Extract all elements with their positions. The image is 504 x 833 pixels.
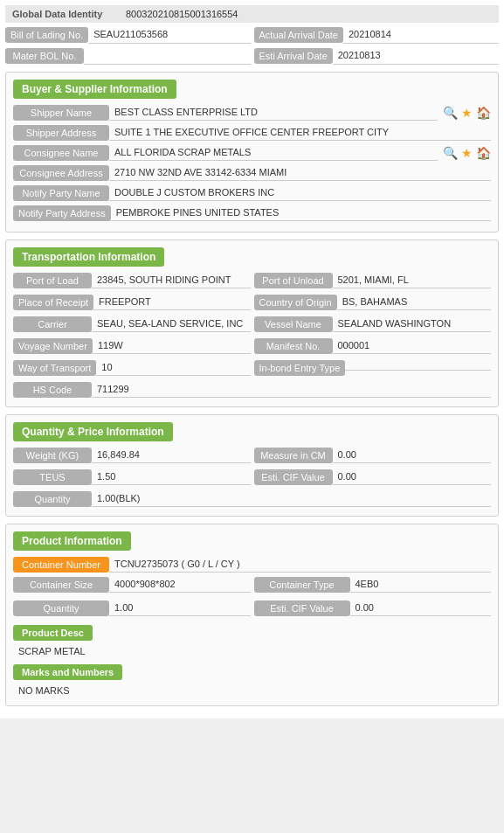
prod-esti-cif-value: 0.00: [350, 600, 492, 616]
consignee-name-label: Consignee Name: [13, 145, 109, 161]
port-of-unload-label: Port of Unload: [254, 273, 333, 288]
country-of-origin-label: Country of Origin: [254, 295, 337, 310]
mater-bol-label: Mater BOL No.: [5, 48, 84, 64]
global-data-label: Global Data Identity: [12, 9, 126, 19]
consignee-name-value: ALL FLORIDA SCRAP METALS: [109, 144, 438, 161]
prod-quantity-label: Quantity: [13, 600, 109, 616]
vessel-name-value: SEALAND WASHINGTON: [333, 316, 492, 332]
weight-label: Weight (KG): [13, 448, 92, 463]
way-of-transport-row: Way of Transport 10: [13, 359, 251, 376]
quantity-section: Quantity & Price Information Weight (KG)…: [5, 414, 499, 517]
esti-cif-qty-value: 0.00: [333, 469, 492, 485]
prod-quantity-row: Quantity 1.00: [13, 600, 251, 616]
product-header: Product Information: [13, 531, 491, 556]
actual-arrival-label: Actual Arrival Date: [254, 27, 343, 43]
port-of-load-label: Port of Load: [13, 273, 92, 288]
notify-address-value: PEMBROKE PINES UNITED STATES: [111, 205, 491, 221]
country-of-origin-value: BS, BAHAMAS: [337, 294, 491, 310]
prod-esti-cif-row: Esti. CIF Value 0.00: [254, 600, 492, 616]
marks-button[interactable]: Marks and Numbers: [13, 664, 122, 680]
actual-arrival-value: 20210814: [343, 26, 499, 44]
transportation-grid: Port of Load 23845, SOUTH RIDING POINT P…: [13, 272, 491, 399]
consignee-address-value: 2710 NW 32ND AVE 33142-6334 MIAMI: [109, 164, 491, 181]
quantity-qty-row: Quantity 1.00(BLK): [13, 490, 491, 507]
voyage-number-row: Voyage Number 119W: [13, 337, 251, 354]
manifest-no-value: 000001: [333, 337, 492, 354]
star-icon[interactable]: ★: [461, 106, 473, 120]
consignee-name-row: Consignee Name ALL FLORIDA SCRAP METALS …: [13, 144, 491, 161]
container-number-row: Container Number TCNU2735073 ( G0 / L / …: [13, 556, 491, 573]
place-of-receipt-row: Place of Receipt FREEPORT: [13, 294, 251, 310]
container-type-label: Container Type: [254, 577, 350, 593]
port-of-unload-value: 5201, MIAMI, FL: [333, 272, 492, 288]
prod-quantity-value: 1.00: [109, 600, 251, 616]
transportation-header: Transportation Information: [13, 247, 491, 272]
mater-bol-row: Mater BOL No.: [5, 47, 251, 65]
consignee-address-row: Consignee Address 2710 NW 32ND AVE 33142…: [13, 164, 491, 181]
in-bond-entry-label: In-bond Entry Type: [254, 360, 346, 376]
actual-arrival-row: Actual Arrival Date 20210814: [254, 26, 500, 44]
container-size-value: 4000*908*802: [109, 576, 251, 593]
quantity-value: 1.00(BLK): [92, 490, 491, 507]
measure-cm-row: Measure in CM 0.00: [254, 447, 492, 463]
transportation-section: Transportation Information Port of Load …: [5, 239, 499, 407]
vessel-name-label: Vessel Name: [254, 316, 333, 332]
hs-code-value: 711299: [92, 381, 491, 398]
weight-value: 16,849.84: [92, 447, 251, 463]
buyer-supplier-section: Buyer & Supplier Information Shipper Nam…: [5, 72, 499, 233]
container-type-row: Container Type 4EB0: [254, 576, 492, 593]
notify-name-row: Notify Party Name DOUBLE J CUSTOM BROKER…: [13, 184, 491, 201]
carrier-row: Carrier SEAU, SEA-LAND SERVICE, INC: [13, 316, 251, 332]
measure-cm-value: 0.00: [333, 447, 492, 463]
place-of-receipt-label: Place of Receipt: [13, 295, 93, 310]
consignee-home-icon[interactable]: 🏠: [476, 146, 491, 160]
vessel-name-row: Vessel Name SEALAND WASHINGTON: [254, 316, 492, 332]
bill-of-lading-value: SEAU211053568: [88, 26, 250, 44]
consignee-star-icon[interactable]: ★: [461, 146, 473, 160]
quantity-label: Quantity: [13, 491, 92, 507]
shipper-address-label: Shipper Address: [13, 125, 109, 141]
teus-row: TEUS 1.50: [13, 469, 251, 485]
search-icon[interactable]: 🔍: [443, 106, 458, 120]
global-data-row: Global Data Identity 8003202108150013165…: [5, 5, 499, 23]
marks-value: NO MARKS: [13, 683, 491, 698]
esti-cif-qty-row: Esti. CIF Value 0.00: [254, 469, 492, 485]
container-number-label: Container Number: [13, 557, 109, 573]
consignee-icons: 🔍 ★ 🏠: [443, 146, 491, 160]
esti-arrival-label: Esti Arrival Date: [254, 48, 333, 64]
teus-label: TEUS: [13, 469, 92, 485]
place-of-receipt-value: FREEPORT: [93, 294, 250, 310]
container-type-value: 4EB0: [350, 576, 492, 593]
shipper-name-label: Shipper Name: [13, 105, 109, 121]
shipper-name-value: BEST CLASS ENTERPRISE LTD: [109, 104, 438, 121]
consignee-search-icon[interactable]: 🔍: [443, 146, 458, 160]
home-icon[interactable]: 🏠: [476, 106, 491, 120]
notify-address-row: Notify Party Address PEMBROKE PINES UNIT…: [13, 205, 491, 221]
product-desc-section: Product Desc SCRAP METAL: [13, 625, 491, 659]
global-data-value: 800320210815001316554: [126, 9, 238, 19]
manifest-no-row: Manifest No. 000001: [254, 337, 492, 354]
port-of-unload-row: Port of Unload 5201, MIAMI, FL: [254, 272, 492, 288]
esti-cif-qty-label: Esti. CIF Value: [254, 469, 333, 485]
notify-address-label: Notify Party Address: [13, 205, 111, 221]
mater-bol-value: [84, 47, 251, 65]
manifest-no-label: Manifest No.: [254, 338, 333, 354]
voyage-number-label: Voyage Number: [13, 338, 93, 354]
bill-of-lading-label: Bill of Lading No.: [5, 27, 88, 43]
hs-code-label: HS Code: [13, 382, 92, 398]
country-of-origin-row: Country of Origin BS, BAHAMAS: [254, 294, 492, 310]
voyage-number-value: 119W: [93, 337, 251, 354]
container-size-row: Container Size 4000*908*802: [13, 576, 251, 593]
quantity-grid: Weight (KG) 16,849.84 Measure in CM 0.00…: [13, 447, 491, 509]
in-bond-entry-row: In-bond Entry Type: [254, 359, 492, 376]
carrier-label: Carrier: [13, 316, 92, 332]
carrier-value: SEAU, SEA-LAND SERVICE, INC: [92, 316, 251, 332]
way-of-transport-label: Way of Transport: [13, 360, 96, 376]
shipper-address-value: SUITE 1 THE EXECUTIVE OFFICE CENTER FREE…: [109, 124, 491, 141]
product-desc-value: SCRAP METAL: [13, 643, 491, 659]
shipper-icons: 🔍 ★ 🏠: [443, 106, 491, 120]
hs-code-row: HS Code 711299: [13, 381, 491, 398]
port-of-load-row: Port of Load 23845, SOUTH RIDING POINT: [13, 272, 251, 288]
buyer-supplier-header: Buyer & Supplier Information: [13, 80, 491, 104]
product-desc-button[interactable]: Product Desc: [13, 625, 93, 641]
